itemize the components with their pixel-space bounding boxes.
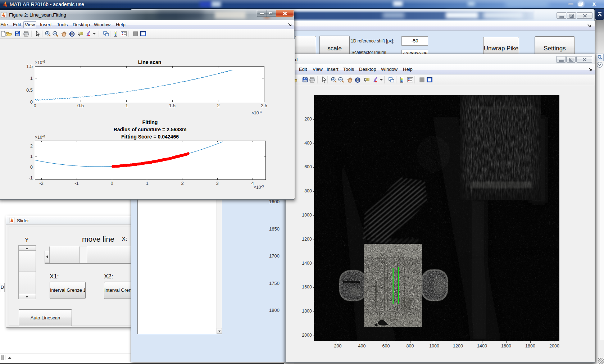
svg-text:2: 2 [30,143,33,149]
svg-text:0: 0 [110,181,113,186]
svg-text:-1: -1 [28,175,33,181]
svg-text:0.5: 0.5 [26,87,33,93]
svg-text:Radius of curvature = 2.5633m: Radius of curvature = 2.5633m [114,127,187,132]
svg-text:Fitting: Fitting [142,119,158,125]
svg-text:0: 0 [30,99,33,105]
svg-text:1: 1 [30,154,33,159]
svg-text:4: 4 [251,181,254,186]
svg-text:1.5: 1.5 [26,64,33,69]
svg-text:1: 1 [146,181,148,186]
svg-text:1.5: 1.5 [169,103,176,108]
svg-text:2: 2 [217,103,219,108]
svg-text:0.5: 0.5 [77,103,84,108]
svg-text:-1: -1 [74,181,79,186]
svg-text:1: 1 [30,76,33,81]
svg-text:Fitting Score = 0.042466: Fitting Score = 0.042466 [121,134,179,140]
svg-text:0: 0 [30,164,33,170]
svg-text:Line scan: Line scan [138,59,162,65]
svg-text:2: 2 [181,181,183,186]
svg-text:0: 0 [33,103,36,108]
svg-text:3: 3 [216,181,218,186]
svg-text:-2: -2 [39,181,44,186]
svg-text:1: 1 [125,103,128,108]
svg-text:2.5: 2.5 [261,103,267,108]
